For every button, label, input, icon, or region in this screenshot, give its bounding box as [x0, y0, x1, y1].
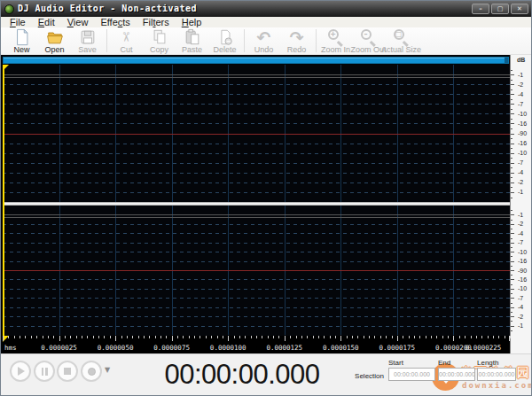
- timeline-tick-label: 0.0000075: [153, 344, 190, 352]
- timeline-minor-tick: [488, 336, 489, 338]
- timeline-tick-label: 0.0000125: [266, 344, 302, 352]
- menu-item-view[interactable]: View: [61, 17, 95, 27]
- db-tick-label: -90: [518, 130, 527, 136]
- db-tick: [511, 84, 514, 85]
- timeline-major-tick: [3, 336, 4, 341]
- timeline-minor-tick: [278, 336, 279, 338]
- waveform-canvas[interactable]: [3, 65, 510, 336]
- selection-label: Selection: [348, 372, 384, 380]
- timeline-major-tick: [59, 336, 60, 341]
- selection-start-field[interactable]: 00:00:00.000: [388, 368, 435, 381]
- redo-icon: ↷: [290, 28, 304, 46]
- h-gridline: [3, 163, 510, 164]
- db-tick: [511, 298, 514, 299]
- timeline-ruler[interactable]: hms 0.00000250.00000500.00000750.0000100…: [3, 336, 510, 353]
- toolbar-separator: [244, 29, 245, 52]
- db-tick: [511, 224, 514, 225]
- db-minor-tick: [511, 138, 512, 139]
- timeline-minor-tick: [301, 336, 302, 338]
- maximize-button[interactable]: ▢: [491, 4, 509, 14]
- v-gridline: [453, 65, 454, 335]
- menu-item-edit[interactable]: Edit: [32, 17, 61, 27]
- h-gridline: [3, 94, 510, 95]
- db-minor-tick: [511, 80, 512, 81]
- delete-icon: [216, 28, 234, 46]
- timeline-minor-tick: [239, 336, 240, 338]
- db-tick-label: -4: [518, 91, 523, 97]
- db-tick-label: -16: [518, 140, 527, 146]
- record-options-dropdown[interactable]: ▼: [105, 367, 110, 374]
- timeline-minor-tick: [87, 336, 88, 338]
- pause-button[interactable]: [34, 361, 55, 382]
- toolbar-label-undo: Undo: [254, 46, 274, 54]
- timeline-minor-tick: [43, 336, 43, 338]
- timeline-minor-tick: [324, 336, 325, 338]
- timeline-major-tick: [397, 336, 398, 341]
- timeline-minor-tick: [386, 336, 387, 338]
- selection-end-field[interactable]: 00:00:00.000: [438, 368, 475, 381]
- toolbar-button-open[interactable]: Open: [38, 28, 71, 55]
- timeline-minor-tick: [290, 336, 291, 338]
- timeline-tick-label: 0.0000050: [98, 344, 134, 352]
- play-button[interactable]: [10, 361, 31, 382]
- stop-button[interactable]: [57, 361, 78, 382]
- db-tick-label: -7: [518, 101, 523, 107]
- db-minor-tick: [511, 220, 512, 221]
- db-minor-tick: [511, 89, 512, 90]
- menu-item-help[interactable]: Help: [176, 17, 208, 27]
- selection-length-label: Length: [477, 359, 498, 367]
- toolbar-button-paste: Paste: [176, 28, 208, 55]
- db-tick-label: -16: [518, 258, 527, 264]
- h-gridline: [3, 289, 510, 290]
- db-tick: [511, 94, 514, 95]
- db-minor-tick: [511, 247, 512, 248]
- db-tick-label: -10: [518, 150, 527, 156]
- timeline-minor-tick: [223, 336, 223, 338]
- timeline-minor-tick: [357, 336, 358, 338]
- menu-item-filters[interactable]: Filters: [137, 17, 176, 27]
- db-minor-tick: [511, 177, 512, 178]
- timeline-minor-tick: [307, 336, 308, 338]
- h-gridline: [3, 77, 510, 78]
- db-tick: [511, 261, 514, 262]
- titlebar[interactable]: DJ Audio Editor - Non-activated –▢✕: [1, 1, 531, 17]
- overview-scrollbar-cap: [505, 58, 508, 63]
- db-ruler: dB -1-2-4-7-10-16-90-16-10-7-4-2-1-1-2-4…: [510, 55, 532, 353]
- minimize-button[interactable]: –: [472, 4, 489, 14]
- timeline-minor-tick: [409, 336, 410, 338]
- timeline-minor-tick: [206, 336, 207, 338]
- selection-length-field[interactable]: 00:00:00.000: [477, 368, 516, 381]
- h-gridline: [3, 123, 510, 124]
- toolbar-button-new[interactable]: New: [5, 28, 38, 55]
- menu-item-effects[interactable]: Effects: [94, 17, 136, 27]
- db-tick: [511, 192, 514, 193]
- actual-size-icon: □: [393, 28, 411, 46]
- timeline-major-tick: [285, 336, 286, 341]
- db-minor-tick: [511, 148, 512, 149]
- timeline-tick-label: 0.0000100: [210, 344, 246, 352]
- timeline-minor-tick: [53, 336, 54, 338]
- v-gridline: [285, 65, 286, 335]
- record-button[interactable]: [81, 361, 102, 382]
- toolbar-button-actual-size: □Actual Size: [385, 28, 418, 55]
- playhead-flag[interactable]: [3, 65, 9, 71]
- db-tick: [511, 279, 514, 280]
- db-tick-label: -90: [518, 268, 527, 274]
- playhead-cursor[interactable]: [3, 65, 4, 336]
- h-gridline: [3, 144, 510, 144]
- h-gridline: [3, 113, 510, 114]
- db-minor-tick: [511, 210, 512, 211]
- db-minor-tick: [511, 119, 512, 120]
- close-button[interactable]: ✕: [511, 4, 528, 14]
- timeline-minor-tick: [189, 336, 190, 338]
- h-gridline: [3, 173, 510, 174]
- db-tick-label: -1: [518, 322, 523, 329]
- timeline-minor-tick: [104, 336, 105, 338]
- selection-end-label: End: [438, 359, 450, 367]
- overview-scrollbar[interactable]: [3, 57, 509, 64]
- menu-item-file[interactable]: File: [4, 17, 32, 27]
- timeline-minor-tick: [431, 336, 432, 338]
- db-minor-tick: [511, 321, 512, 322]
- db-minor-tick: [511, 128, 512, 129]
- v-gridline: [59, 65, 60, 335]
